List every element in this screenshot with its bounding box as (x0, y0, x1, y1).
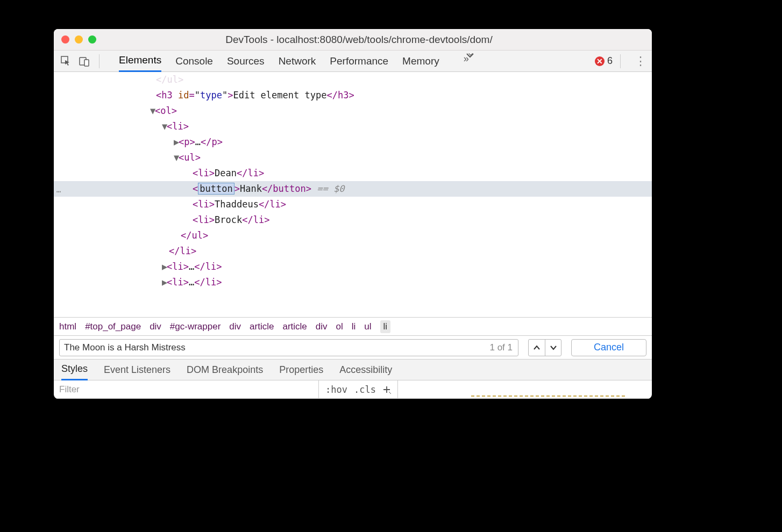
breadcrumb-item[interactable]: html (59, 321, 76, 332)
panel-tab-performance[interactable]: Performance (330, 51, 388, 71)
dom-tree-line[interactable]: <li>Brock</li> (54, 212, 652, 228)
traffic-lights (61, 35, 96, 44)
subpanel-tab-dom-breakpoints[interactable]: DOM Breakpoints (187, 360, 263, 380)
gutter-actions-icon[interactable]: ⋯ (56, 184, 61, 199)
search-prev-button[interactable] (529, 340, 545, 356)
dom-tree-line[interactable]: <li>Thaddeus</li> (54, 197, 652, 212)
subpanel-tab-event-listeners[interactable]: Event Listeners (104, 360, 170, 380)
dom-tree-line[interactable]: ▶<li>…</li> (54, 275, 652, 290)
close-window-button[interactable] (61, 35, 69, 44)
new-style-rule-button[interactable] (382, 385, 391, 394)
search-next-button[interactable] (545, 340, 561, 356)
window-title: DevTools - localhost:8080/web/tools/chro… (101, 34, 617, 46)
panel-tab-console[interactable]: Console (175, 51, 213, 71)
dom-breadcrumb: html#top_of_pagediv#gc-wrapperdivarticle… (54, 317, 652, 335)
breadcrumb-item[interactable]: div (316, 321, 328, 332)
dom-tree-line[interactable]: </li> (54, 243, 652, 259)
more-panels-icon[interactable]: » (465, 51, 475, 72)
tag-name-edit[interactable]: button (198, 183, 234, 195)
breadcrumb-item[interactable]: ul (364, 321, 371, 332)
panel-tab-memory[interactable]: Memory (402, 51, 439, 71)
search-cancel-button[interactable]: Cancel (571, 339, 646, 356)
search-nav (528, 339, 561, 356)
breadcrumb-item[interactable]: #top_of_page (85, 321, 141, 332)
search-value: The Moon is a Harsh Mistress (64, 342, 489, 353)
dom-tree-line[interactable]: </ul> (54, 228, 652, 243)
search-input[interactable]: The Moon is a Harsh Mistress 1 of 1 (59, 339, 518, 356)
error-count: 6 (607, 55, 613, 67)
minimize-window-button[interactable] (75, 35, 83, 44)
dom-tree-line[interactable]: ▶<p>…</p> (54, 134, 652, 150)
styles-panel-tabs: Styles Event Listeners DOM Breakpoints P… (54, 359, 652, 380)
panel-tab-elements[interactable]: Elements (119, 50, 161, 72)
titlebar: DevTools - localhost:8080/web/tools/chro… (54, 29, 652, 51)
breadcrumb-item[interactable]: div (229, 321, 241, 332)
devtools-window: DevTools - localhost:8080/web/tools/chro… (54, 29, 652, 399)
device-toolbar-icon[interactable] (77, 54, 91, 68)
breadcrumb-item[interactable]: div (150, 321, 161, 332)
breadcrumb-item[interactable]: li (352, 321, 356, 332)
dom-tree[interactable]: </ul><h3 id="type">Edit element type</h3… (54, 72, 652, 317)
breadcrumb-item[interactable]: article (250, 321, 274, 332)
search-bar: The Moon is a Harsh Mistress 1 of 1 Canc… (54, 335, 652, 359)
hov-toggle[interactable]: :hov (325, 384, 347, 395)
maximize-window-button[interactable] (88, 35, 96, 44)
main-toolbar: Elements Console Sources Network Perform… (54, 51, 652, 72)
subpanel-tab-properties[interactable]: Properties (279, 360, 323, 380)
breadcrumb-item[interactable]: ol (336, 321, 343, 332)
settings-menu-icon[interactable]: ⋮ (635, 54, 646, 68)
dom-tree-line[interactable]: <button>Hank</button> == $0 (54, 181, 652, 197)
subpanel-tab-styles[interactable]: Styles (61, 359, 88, 380)
toolbar-separator (99, 54, 99, 68)
dom-tree-line[interactable]: ▼<ol> (54, 103, 652, 119)
styles-filter-input[interactable]: Filter (54, 384, 318, 395)
inspect-element-icon[interactable] (59, 54, 73, 68)
box-model-edge (471, 396, 625, 399)
svg-rect-2 (84, 60, 89, 66)
subpanel-tab-accessibility[interactable]: Accessibility (339, 360, 392, 380)
styles-filter-controls: :hov .cls (318, 380, 398, 398)
dom-tree-line[interactable]: ▼<li> (54, 119, 652, 134)
error-count-badge[interactable]: ✕ 6 (595, 55, 613, 67)
breadcrumb-item[interactable]: #gc-wrapper (170, 321, 221, 332)
search-count: 1 of 1 (489, 342, 513, 353)
breadcrumb-item[interactable]: li (380, 320, 391, 333)
error-icon: ✕ (595, 56, 605, 66)
dom-tree-line[interactable]: <h3 id="type">Edit element type</h3> (54, 88, 652, 103)
panel-tab-network[interactable]: Network (279, 51, 316, 71)
panel-tabs: Elements Console Sources Network Perform… (119, 50, 475, 72)
dom-tree-line[interactable]: <li>Dean</li> (54, 166, 652, 181)
cls-toggle[interactable]: .cls (354, 384, 376, 395)
panel-tab-sources[interactable]: Sources (227, 51, 265, 71)
dom-tree-line[interactable]: ▶<li>…</li> (54, 259, 652, 275)
dom-tree-line[interactable]: </ul> (54, 72, 652, 88)
dom-tree-line[interactable]: ▼<ul> (54, 150, 652, 166)
breadcrumb-item[interactable]: article (282, 321, 307, 332)
toolbar-separator-2 (620, 54, 621, 68)
